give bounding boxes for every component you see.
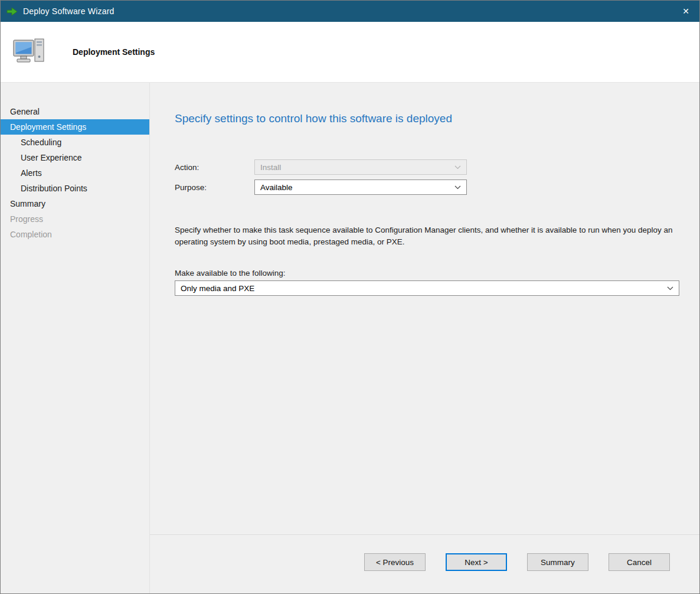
wizard-footer: < Previous Next > Summary Cancel: [150, 534, 699, 593]
sidebar-item-scheduling[interactable]: Scheduling: [1, 135, 149, 150]
purpose-label: Purpose:: [175, 183, 254, 192]
action-select: Install: [254, 159, 467, 175]
computer-icon: [12, 38, 47, 66]
next-button[interactable]: Next >: [446, 553, 507, 571]
window-title: Deploy Software Wizard: [23, 6, 115, 16]
make-available-select[interactable]: Only media and PXE: [175, 280, 679, 296]
sidebar-item-alerts[interactable]: Alerts: [1, 165, 149, 181]
main-content: Specify settings to control how this sof…: [150, 83, 699, 534]
wizard-nav-sidebar: General Deployment Settings Scheduling U…: [1, 83, 150, 593]
action-value: Install: [260, 163, 281, 172]
sidebar-item-user-experience[interactable]: User Experience: [1, 150, 149, 165]
settings-form: Action: Install Purpose: Available: [175, 159, 679, 195]
sidebar-item-deployment-settings[interactable]: Deployment Settings: [1, 119, 149, 135]
wizard-body: General Deployment Settings Scheduling U…: [1, 83, 699, 593]
close-icon[interactable]: ✕: [672, 1, 699, 22]
sidebar-item-completion: Completion: [1, 227, 149, 242]
chevron-down-icon: [454, 165, 461, 169]
sidebar-item-distribution-points[interactable]: Distribution Points: [1, 181, 149, 196]
title-bar: Deploy Software Wizard ✕: [1, 1, 699, 22]
make-available-label: Make available to the following:: [175, 269, 679, 278]
cancel-button[interactable]: Cancel: [609, 553, 670, 571]
purpose-value: Available: [260, 183, 293, 192]
deploy-software-wizard-window: Deploy Software Wizard ✕ Deployment Sett…: [0, 0, 700, 594]
sidebar-item-general[interactable]: General: [1, 104, 149, 119]
sidebar-item-summary[interactable]: Summary: [1, 196, 149, 211]
summary-button[interactable]: Summary: [527, 553, 588, 571]
chevron-down-icon: [454, 185, 461, 190]
purpose-select[interactable]: Available: [254, 179, 467, 195]
chevron-down-icon: [667, 286, 673, 291]
wizard-header: Deployment Settings: [1, 22, 699, 83]
wizard-arrow-icon: [6, 7, 18, 16]
page-title: Deployment Settings: [73, 47, 155, 57]
description-text: Specify whether to make this task sequen…: [175, 224, 679, 247]
sidebar-item-progress: Progress: [1, 211, 149, 227]
content-heading: Specify settings to control how this sof…: [175, 112, 679, 125]
make-available-value: Only media and PXE: [181, 284, 254, 293]
action-label: Action:: [175, 163, 254, 172]
previous-button[interactable]: < Previous: [364, 553, 426, 571]
